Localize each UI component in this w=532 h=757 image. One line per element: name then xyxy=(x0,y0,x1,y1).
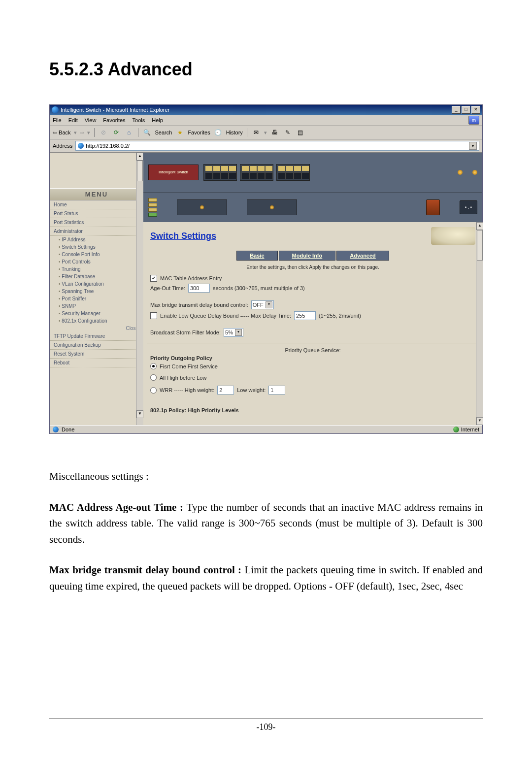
sidebar-item-port-status[interactable]: Port Status xyxy=(50,209,143,218)
fiber-led-1 xyxy=(458,170,463,175)
para-mac-ageout: MAC Address Age-out Time : Type the numb… xyxy=(49,499,483,548)
main-scroll-up-icon[interactable]: ▲ xyxy=(476,222,483,230)
history-icon[interactable] xyxy=(213,128,223,137)
maximize-button[interactable]: □ xyxy=(462,106,470,114)
menu-view[interactable]: View xyxy=(85,117,97,123)
para1-lead: MAC Address Age-out Time : xyxy=(49,501,187,513)
main-pane: Intelligent Switch xyxy=(143,153,482,425)
mac-entry-checkbox[interactable]: ✔ xyxy=(150,275,157,282)
fiber-leds xyxy=(458,170,477,175)
back-button[interactable]: ⇦ Back xyxy=(53,130,71,136)
favorites-icon[interactable] xyxy=(175,128,185,137)
globe-icon xyxy=(453,427,459,432)
module-slot-1 xyxy=(177,199,227,215)
dropdown-icon: ▾ xyxy=(235,329,242,336)
tab-bar: Basic Module Info Advanced xyxy=(150,251,475,261)
main-scroll-thumb[interactable] xyxy=(477,230,483,261)
scroll-thumb[interactable] xyxy=(137,161,143,181)
port-groups xyxy=(203,164,310,181)
sidebar-sub-8021x-config[interactable]: 802.1x Configuration xyxy=(50,317,143,325)
fiber-led-2 xyxy=(472,170,477,175)
ie-window: Intelligent Switch - Microsoft Internet … xyxy=(49,104,483,434)
address-value: http://192.168.0.2/ xyxy=(86,143,130,149)
bridge-select[interactable]: OFF ▾ xyxy=(251,300,274,309)
sidebar-item-tftp-update[interactable]: TFTP Update Firmware xyxy=(50,332,143,341)
favorites-button[interactable]: Favorites xyxy=(188,130,210,135)
lowq-label: Enable Low Queue Delay Bound ----- Max D… xyxy=(160,313,291,319)
msn-icon[interactable]: m xyxy=(468,116,479,125)
edit-icon[interactable]: ✎ xyxy=(283,128,293,137)
ageout-label: Age-Out Time: xyxy=(150,285,185,291)
scroll-up-icon[interactable]: ▲ xyxy=(136,153,143,161)
priority-policy-heading: Priority Outgoing Policy xyxy=(150,355,475,361)
main-scroll-down-icon[interactable]: ▼ xyxy=(476,417,483,425)
tab-basic[interactable]: Basic xyxy=(236,251,277,261)
history-button[interactable]: History xyxy=(226,130,243,135)
print-icon[interactable] xyxy=(270,128,280,137)
menu-help[interactable]: Help xyxy=(152,117,163,123)
refresh-icon[interactable]: ⟳ xyxy=(111,128,121,137)
lowq-checkbox[interactable] xyxy=(150,312,157,319)
sidebar-sub-switch-settings[interactable]: Switch Settings xyxy=(50,243,143,251)
device-label: Intelligent Switch xyxy=(148,165,199,180)
close-button[interactable]: ✕ xyxy=(471,106,480,114)
bridge-label: Max bridge transmit delay bound control: xyxy=(150,302,248,308)
status-ie-icon xyxy=(53,427,59,432)
wrr-label-b: Low weight: xyxy=(237,387,266,393)
address-input[interactable]: http://192.168.0.2/ ▾ xyxy=(75,141,479,151)
page-number: -109- xyxy=(257,722,276,732)
sidebar-close[interactable]: Close xyxy=(50,325,143,332)
sidebar-sub-filter-database[interactable]: Filter Database xyxy=(50,273,143,280)
address-dropdown-icon[interactable]: ▾ xyxy=(469,142,477,150)
stop-icon[interactable]: ⊘ xyxy=(99,128,108,137)
wrr-low-input[interactable]: 1 xyxy=(268,386,285,395)
tab-advanced[interactable]: Advanced xyxy=(336,251,389,261)
sidebar-sub-port-sniffer[interactable]: Port Sniffer xyxy=(50,295,143,302)
radio-fcfs-label: Fisrt Come First Service xyxy=(160,363,218,369)
sidebar-sub-spanning-tree[interactable]: Spanning Tree xyxy=(50,288,143,295)
forward-button[interactable]: ⇨ xyxy=(80,130,84,136)
main-scrollbar[interactable]: ▲ ▼ xyxy=(476,222,483,425)
sidebar-item-reboot[interactable]: Reboot xyxy=(50,359,143,367)
sidebar-item-config-backup[interactable]: Configuration Backup xyxy=(50,341,143,350)
status-bar: Done Internet xyxy=(50,425,482,433)
lowq-input[interactable]: 255 xyxy=(294,311,316,320)
menu-edit[interactable]: Edit xyxy=(68,117,78,123)
sidebar-sub-port-controls[interactable]: Port Controls xyxy=(50,258,143,265)
sidebar-sub-security-manager[interactable]: Security Manager xyxy=(50,310,143,317)
sidebar-scrollbar[interactable]: ▲ ▼ xyxy=(136,153,143,425)
tab-module-info[interactable]: Module Info xyxy=(279,251,336,261)
module-slot-2 xyxy=(247,199,297,215)
wrr-high-input[interactable]: 2 xyxy=(217,386,234,395)
sidebar-sub-trunking[interactable]: Trunking xyxy=(50,265,143,273)
discuss-icon[interactable]: ▤ xyxy=(296,128,305,137)
radio-all-high[interactable] xyxy=(150,374,157,381)
minimize-button[interactable]: _ xyxy=(452,106,461,114)
radio-wrr[interactable] xyxy=(150,387,157,394)
storm-select[interactable]: 5% ▾ xyxy=(224,328,243,337)
radio-all-high-label: All High before Low xyxy=(160,375,206,381)
ie-icon xyxy=(52,106,59,113)
home-icon[interactable]: ⌂ xyxy=(124,128,134,137)
sidebar-sub-ip-address[interactable]: IP Address xyxy=(50,236,143,243)
sidebar-item-administrator[interactable]: Administrator xyxy=(50,227,143,236)
sidebar-item-port-statistics[interactable]: Port Statistics xyxy=(50,218,143,227)
mail-icon[interactable] xyxy=(251,128,261,137)
search-icon[interactable] xyxy=(142,128,152,137)
ageout-input[interactable]: 300 xyxy=(188,284,210,293)
menu-file[interactable]: File xyxy=(53,117,62,123)
menu-tools[interactable]: Tools xyxy=(133,117,145,123)
sidebar-sub-snmp[interactable]: SNMP xyxy=(50,302,143,310)
radio-fcfs[interactable] xyxy=(150,363,157,369)
sidebar-sub-vlan-configuration[interactable]: VLan Configuration xyxy=(50,280,143,288)
mac-entry-label: MAC Table Address Entry xyxy=(160,275,222,281)
sidebar-item-reset-system[interactable]: Reset System xyxy=(50,350,143,359)
scroll-down-icon[interactable]: ▼ xyxy=(136,410,143,418)
sidebar-sub-console-port-info[interactable]: Console Port Info xyxy=(50,251,143,258)
status-zone: Internet xyxy=(449,427,479,432)
link-block: • . • xyxy=(460,200,477,214)
address-label: Address xyxy=(53,143,72,149)
search-button[interactable]: Search xyxy=(155,130,172,135)
menu-favorites[interactable]: Favorites xyxy=(103,117,125,123)
sidebar-item-home[interactable]: Home xyxy=(50,200,143,209)
